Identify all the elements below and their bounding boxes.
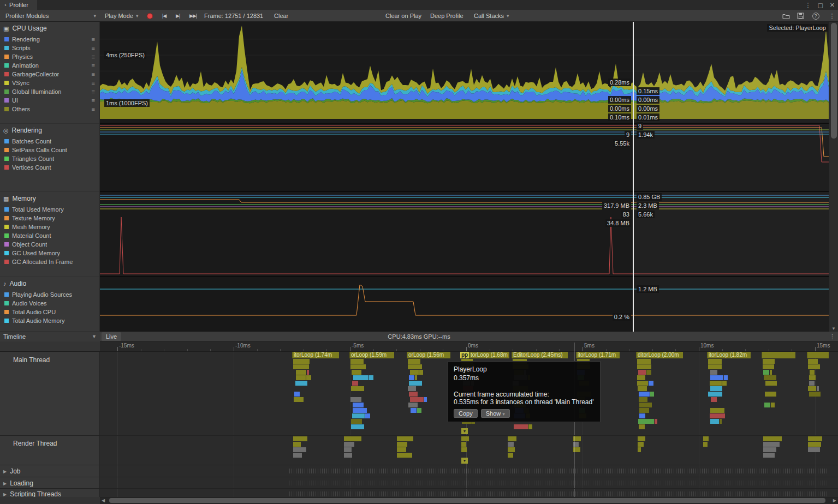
sidebar-item-vsync[interactable]: VSync≡ xyxy=(0,79,99,87)
timeline-sample[interactable] xyxy=(307,370,309,375)
timeline-sample[interactable] xyxy=(817,386,819,391)
scrollbar-thumb[interactable] xyxy=(831,23,837,139)
timeline-sample[interactable] xyxy=(655,419,657,424)
drag-handle-icon[interactable]: ≡ xyxy=(92,88,95,95)
timeline-sample[interactable] xyxy=(508,436,516,441)
sidebar-item-gc-used-memory[interactable]: GC Used Memory xyxy=(0,249,99,257)
drag-handle-icon[interactable]: ≡ xyxy=(92,53,95,60)
timeline-sample-editorloop[interactable] xyxy=(762,352,795,358)
deep-profile-toggle[interactable]: Deep Profile xyxy=(427,11,467,21)
timeline-sample[interactable] xyxy=(397,447,406,452)
timeline-sample[interactable] xyxy=(350,359,364,364)
tab-profiler[interactable]: ◔ Profiler xyxy=(0,0,37,10)
timeline-sample[interactable] xyxy=(293,436,307,441)
timeline-sample-editorloop[interactable]: ditorLoop (2.00m xyxy=(636,352,683,358)
timeline-sample[interactable] xyxy=(637,375,645,380)
timeline-sample[interactable] xyxy=(353,408,367,413)
first-frame-button[interactable]: |◀ xyxy=(159,11,169,21)
sidebar-item-garbagecollector[interactable]: GarbageCollector≡ xyxy=(0,70,99,79)
timeline-sample[interactable] xyxy=(514,424,528,429)
timeline-ruler[interactable]: -15ms-10ms-5ms0ms5ms10ms15ms xyxy=(0,341,838,352)
timeline-sample[interactable] xyxy=(353,375,369,380)
timeline-sample[interactable] xyxy=(397,436,413,441)
sidebar-item-setpass-calls-count[interactable]: SetPass Calls Count xyxy=(0,146,99,154)
drag-handle-icon[interactable]: ≡ xyxy=(92,62,95,69)
timeline-sample[interactable] xyxy=(294,392,300,397)
timeline-sample[interactable] xyxy=(708,392,722,397)
timeline-sample[interactable] xyxy=(461,442,466,447)
timeline-sample-editorloop[interactable]: itorLoop (1.74m xyxy=(292,352,339,358)
flow-event-marker[interactable]: ▼ xyxy=(461,458,468,464)
timeline-sample[interactable] xyxy=(710,413,725,418)
timeline-sample[interactable] xyxy=(639,424,645,429)
thread-label-main[interactable]: Main Thread xyxy=(13,356,50,364)
timeline-bars[interactable]: itorLoop (1.74morLoop (1.59morLoop (1.56… xyxy=(0,352,838,497)
scroll-down-icon[interactable]: ▼ xyxy=(829,326,838,331)
timeline-sample[interactable] xyxy=(810,370,814,375)
sidebar-item-object-count[interactable]: Object Count xyxy=(0,240,99,249)
menu-icon[interactable]: ⋮ xyxy=(805,2,811,9)
sidebar-item-material-count[interactable]: Material Count xyxy=(0,231,99,240)
timeline-sample[interactable] xyxy=(710,419,719,424)
sidebar-item-animation[interactable]: Animation≡ xyxy=(0,61,99,70)
timeline-sample[interactable] xyxy=(637,381,648,386)
charts-scrollbar[interactable]: ▼ xyxy=(829,22,838,332)
timeline-sample[interactable] xyxy=(410,397,423,402)
timeline-sample[interactable] xyxy=(646,370,651,375)
thread-foldout-scripting-threads[interactable]: ▶Scripting Threads xyxy=(3,490,61,497)
timeline-sample[interactable] xyxy=(350,397,361,402)
timeline-sample[interactable] xyxy=(770,370,772,375)
timeline-sample-editorloop[interactable]: orLoop (1.56m xyxy=(407,352,450,358)
timeline-sample[interactable] xyxy=(637,364,651,369)
timeline-sample[interactable] xyxy=(352,381,358,386)
timeline-sample[interactable] xyxy=(638,419,653,424)
save-profile-icon[interactable] xyxy=(794,11,807,21)
timeline-sample[interactable] xyxy=(344,447,352,452)
clear-on-play-toggle[interactable]: Clear on Play xyxy=(382,11,425,21)
timeline-sample[interactable] xyxy=(808,436,822,441)
timeline-sample[interactable] xyxy=(306,375,311,380)
timeline-sample[interactable] xyxy=(708,359,722,364)
sidebar-item-ui[interactable]: UI≡ xyxy=(0,96,99,105)
flow-event-marker[interactable]: ▼ xyxy=(461,428,468,434)
sidebar-item-audio-voices[interactable]: Audio Voices xyxy=(0,299,99,308)
timeline-sample[interactable] xyxy=(351,419,362,424)
timeline-sample[interactable] xyxy=(765,392,776,397)
timeline-sample[interactable] xyxy=(508,447,515,452)
timeline-sample[interactable] xyxy=(764,375,776,380)
timeline-sample[interactable] xyxy=(409,375,415,380)
sidebar-item-playing-audio-sources[interactable]: Playing Audio Sources xyxy=(0,290,99,299)
module-header-cpu-usage[interactable]: ▣CPU Usage xyxy=(0,22,99,35)
timeline-sample[interactable] xyxy=(639,392,650,397)
thread-foldout-loading[interactable]: ▶Loading xyxy=(3,479,33,487)
timeline-sample[interactable] xyxy=(508,453,513,458)
sidebar-item-vertices-count[interactable]: Vertices Count xyxy=(0,163,99,172)
timeline-sample[interactable] xyxy=(771,403,775,407)
timeline-sample[interactable] xyxy=(638,436,645,441)
timeline-sample[interactable] xyxy=(765,381,777,386)
timeline-sample[interactable] xyxy=(703,442,708,447)
scroll-right-icon[interactable]: ▶ xyxy=(833,498,836,503)
timeline-sample[interactable] xyxy=(710,370,717,375)
timeline-sample[interactable] xyxy=(808,442,821,447)
timeline-sample[interactable] xyxy=(528,424,532,429)
timeline-sample[interactable] xyxy=(344,442,354,447)
drag-handle-icon[interactable]: ≡ xyxy=(92,71,95,77)
timeline-sample[interactable] xyxy=(397,442,407,447)
timeline-sample-editorloop[interactable]: itorLoop (1.71m xyxy=(576,352,620,358)
timeline-sample[interactable] xyxy=(352,370,361,375)
module-header-rendering[interactable]: ◎Rendering xyxy=(0,124,99,137)
call-stacks-dropdown[interactable]: Call Stacks ▾ xyxy=(471,11,513,21)
timeline-sample[interactable] xyxy=(397,453,412,458)
timeline-sample[interactable] xyxy=(411,408,417,413)
last-frame-button[interactable]: ▶▶| xyxy=(186,11,200,21)
timeline-sample[interactable] xyxy=(415,375,417,380)
scroll-left-icon[interactable]: ◀ xyxy=(102,498,105,503)
timeline-sample[interactable] xyxy=(724,375,728,380)
sidebar-item-scripts[interactable]: Scripts≡ xyxy=(0,44,99,52)
timeline-sample[interactable] xyxy=(293,442,301,447)
sidebar-item-physics[interactable]: Physics≡ xyxy=(0,52,99,61)
load-profile-icon[interactable] xyxy=(780,11,793,21)
timeline-sample[interactable] xyxy=(365,413,370,418)
timeline-sample[interactable] xyxy=(808,359,818,364)
